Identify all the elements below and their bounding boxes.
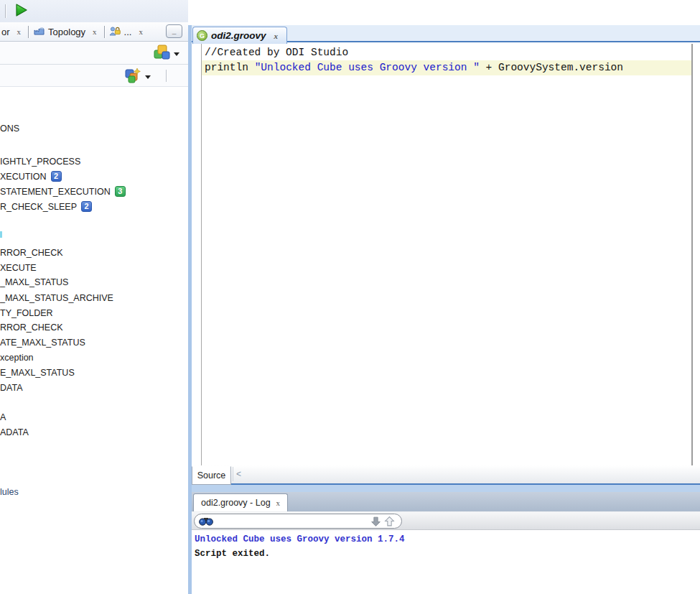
count-badge: 3 <box>115 186 126 197</box>
code-token: println <box>205 62 255 73</box>
run-play-icon <box>13 2 29 21</box>
navigator-toolbar-row-2 <box>0 65 188 87</box>
log-search-toolbar <box>192 511 700 530</box>
log-tab-label: odi2.groovy - Log <box>201 498 271 508</box>
tree-item-label: xception <box>0 353 34 363</box>
editor-tab-close-icon[interactable]: x <box>274 32 279 40</box>
log-search-input[interactable] <box>194 514 402 529</box>
tree-item[interactable]: xception <box>0 351 34 363</box>
layered-objects-button[interactable] <box>154 45 179 64</box>
tree-item[interactable]: _MAXL_STATUS_ARCHIVE <box>0 292 113 304</box>
tree-item[interactable]: R_CHECK_SLEEP2 <box>0 200 92 213</box>
tree-item[interactable]: ONS <box>0 122 19 134</box>
new-object-button[interactable] <box>125 68 151 87</box>
minimize-panel-button[interactable]: _ <box>166 24 182 38</box>
count-badge: 2 <box>51 171 62 182</box>
editor-tab-label: odi2.groovy <box>211 30 266 41</box>
tree-item[interactable]: DATA <box>0 381 22 394</box>
tree-item-label: lules <box>0 487 19 497</box>
tab-security-close-icon[interactable]: x <box>139 27 143 36</box>
layered-objects-icon <box>154 45 171 64</box>
tree-item-label: _MAXL_STATUS <box>0 277 68 287</box>
tree-item[interactable]: TY_FOLDER <box>0 307 53 319</box>
topology-icon <box>33 25 45 39</box>
find-next-button[interactable] <box>370 515 382 531</box>
log-line: Script exited. <box>195 547 270 560</box>
log-tab-bar: odi2.groovy - Log x <box>192 492 700 511</box>
tree-item-label: RROR_CHECK <box>0 322 63 333</box>
app-root: or x Topology x <box>0 0 700 594</box>
run-button[interactable] <box>11 2 30 21</box>
code-line[interactable]: println "Unlocked Cube uses Groovy versi… <box>202 60 691 75</box>
navigator-tab-bar: or x Topology x <box>0 22 188 42</box>
tree-item-label: DATA <box>0 383 22 393</box>
tab-operator-label: or <box>1 27 10 37</box>
editor-bottom-tab-bar: Source < <box>192 465 700 485</box>
tree-item[interactable]: RROR_CHECK <box>0 246 63 259</box>
security-icon <box>109 25 121 39</box>
gutter-line <box>201 44 202 465</box>
log-tab[interactable]: odi2.groovy - Log x <box>193 493 288 511</box>
tree-item-label: STATEMENT_EXECUTION <box>0 187 111 197</box>
log-output[interactable]: Unlocked Cube uses Groovy version 1.7.4S… <box>192 530 700 594</box>
tree-item[interactable]: STATEMENT_EXECUTION3 <box>0 185 126 198</box>
source-tab[interactable]: Source <box>192 466 231 485</box>
navigator-tree[interactable]: ONSIGHTLY_PROCESSXECUTION2STATEMENT_EXEC… <box>0 87 188 594</box>
toolbar-separator <box>166 70 167 82</box>
count-badge: 2 <box>81 201 92 212</box>
tab-operator[interactable]: or x <box>0 22 25 41</box>
tree-item[interactable]: ADATA <box>0 426 29 438</box>
tree-item-label: IGHTLY_PROCESS <box>0 157 80 167</box>
log-line: Unlocked Cube uses Groovy version 1.7.4 <box>195 533 405 546</box>
editor-tab-odi2-groovy[interactable]: G odi2.groovy x <box>192 27 287 44</box>
code-token: + GroovySystem.version <box>480 62 623 73</box>
tree-item-label: E_MAXL_STATUS <box>0 368 75 378</box>
code-line[interactable]: //Created by ODI Studio <box>202 45 691 60</box>
top-toolbar <box>0 0 188 22</box>
right-margin-line <box>691 44 693 465</box>
tree-item-label: R_CHECK_SLEEP <box>0 202 77 212</box>
log-tab-close-icon[interactable]: x <box>276 498 281 507</box>
clipped-icon-fragment <box>0 231 2 238</box>
tree-item-label: TY_FOLDER <box>0 308 53 318</box>
navigator-toolbar-row-1 <box>0 42 188 65</box>
tree-item[interactable]: XECUTE <box>0 261 37 274</box>
tree-item[interactable]: XECUTION2 <box>0 170 62 182</box>
tree-item-label: ADATA <box>0 427 29 437</box>
tree-item[interactable]: RROR_CHECK <box>0 321 63 333</box>
tree-item[interactable]: IGHTLY_PROCESS <box>0 155 80 167</box>
tree-item[interactable]: _MAXL_STATUS <box>0 276 68 288</box>
tree-item-label: _MAXL_STATUS_ARCHIVE <box>0 293 113 303</box>
tab-scroll-left-button[interactable]: < <box>233 467 244 481</box>
horizontal-splitter[interactable] <box>192 485 700 492</box>
tab-topology-close-icon[interactable]: x <box>93 27 97 36</box>
tree-item-label: XECUTE <box>0 263 37 273</box>
tree-item-label: RROR_CHECK <box>0 248 63 258</box>
tab-security-label: ... <box>124 27 132 37</box>
tree-item[interactable]: E_MAXL_STATUS <box>0 366 75 379</box>
tab-divider <box>104 26 105 38</box>
tab-divider <box>28 26 29 38</box>
groovy-file-icon: G <box>197 30 207 41</box>
code-editor[interactable]: //Created by ODI Studioprintln "Unlocked… <box>192 44 700 465</box>
tree-item[interactable]: A <box>0 411 6 423</box>
code-token: //Created by ODI Studio <box>205 47 348 58</box>
dropdown-caret-icon <box>174 52 179 56</box>
toolbar-separator <box>5 4 6 18</box>
tree-item[interactable]: lules <box>0 486 19 498</box>
tree-item-label: A <box>0 412 6 422</box>
binoculars-icon <box>199 516 213 526</box>
dropdown-caret-icon <box>145 75 151 79</box>
tree-item[interactable]: ATE_MAXL_STATUS <box>0 336 85 348</box>
editor-tab-bar: G odi2.groovy x <box>192 25 700 42</box>
tab-topology[interactable]: Topology x <box>32 22 101 41</box>
tree-item-label: ATE_MAXL_STATUS <box>0 338 85 348</box>
find-previous-button[interactable] <box>383 515 396 531</box>
tab-security[interactable]: ... x <box>108 22 147 41</box>
code-token: "Unlocked Cube uses Groovy version " <box>255 62 480 73</box>
tab-operator-close-icon[interactable]: x <box>17 27 22 36</box>
new-object-icon <box>125 68 142 87</box>
tree-item-label: ONS <box>0 124 19 134</box>
tab-topology-label: Topology <box>48 27 85 37</box>
tree-item-label: XECUTION <box>0 172 47 182</box>
